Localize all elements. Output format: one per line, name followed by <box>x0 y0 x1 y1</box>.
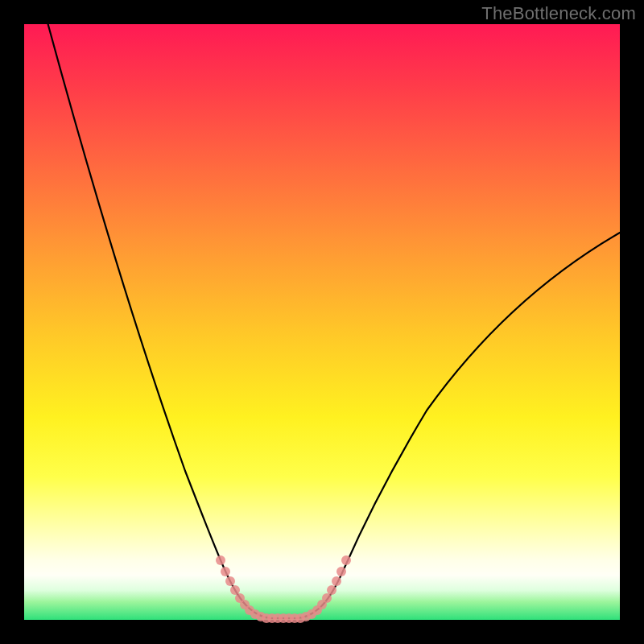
svg-point-2 <box>225 576 235 586</box>
bottleneck-curve <box>48 24 620 618</box>
svg-point-0 <box>216 555 225 565</box>
svg-point-21 <box>327 585 336 595</box>
svg-point-24 <box>341 555 351 565</box>
curve-left-branch <box>48 24 224 568</box>
svg-point-3 <box>230 585 240 595</box>
svg-point-23 <box>336 567 346 576</box>
chart-svg <box>24 24 620 620</box>
chart-frame: TheBottleneck.com <box>0 0 644 644</box>
highlight-dots <box>216 555 351 623</box>
curve-right-branch <box>345 233 620 568</box>
svg-point-1 <box>221 567 230 576</box>
watermark-text: TheBottleneck.com <box>481 3 636 24</box>
svg-point-20 <box>322 593 332 603</box>
svg-point-22 <box>332 576 341 586</box>
